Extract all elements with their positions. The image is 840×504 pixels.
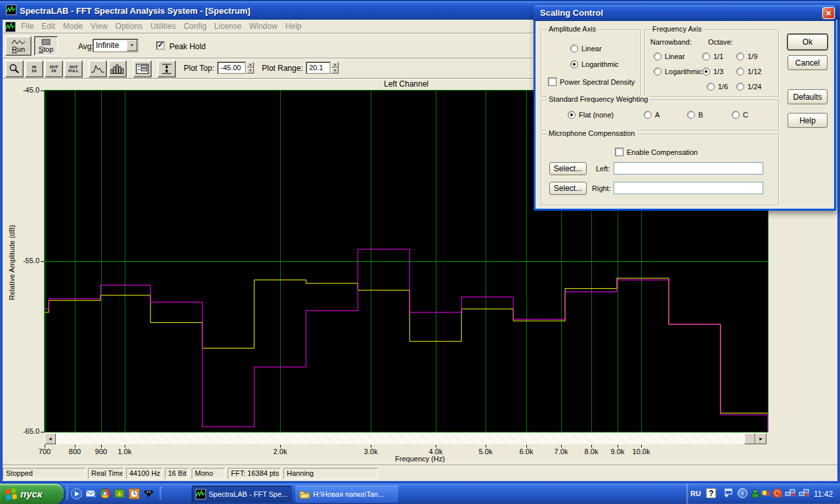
radio-icon[interactable]	[570, 45, 578, 52]
start-button[interactable]: пуск	[0, 484, 64, 504]
ok-button[interactable]: Ok	[788, 34, 828, 50]
clock-app-icon[interactable]	[129, 488, 140, 499]
menu-item-edit[interactable]: Edit	[37, 22, 59, 31]
zoom-out-2x-button[interactable]: OUT2X	[45, 60, 63, 77]
browser-ball-icon[interactable]	[100, 488, 111, 499]
menu-item-window[interactable]: Window	[245, 22, 282, 31]
radio-icon[interactable]	[707, 83, 715, 91]
radio-icon[interactable]	[732, 111, 740, 119]
menu-item-license[interactable]: License	[211, 22, 245, 31]
radio-octave-1-3[interactable]: 1/3	[702, 68, 723, 75]
horizontal-scrollbar[interactable]: ◄ ►	[45, 433, 766, 444]
enable-compensation-row[interactable]: Enable Compensation	[615, 148, 698, 156]
red-ball-disabled-icon[interactable]: ✕	[772, 488, 783, 499]
psd-checkbox-row[interactable]: Power Spectral Density	[548, 77, 635, 86]
menu-item-options[interactable]: Options	[112, 22, 146, 31]
zoom-button[interactable]	[5, 60, 24, 77]
combo-dropdown-icon[interactable]: ▼	[127, 40, 137, 51]
radio-icon[interactable]	[644, 111, 652, 119]
system-tray: RU ? ‹ ✕ ✕ ✕	[686, 484, 840, 504]
avg-combobox[interactable]: Infinite ▼	[93, 39, 138, 52]
radio-octave-1-24[interactable]: 1/24	[736, 83, 761, 91]
menu-item-view[interactable]: View	[87, 22, 112, 31]
task-button-folder[interactable]: H:\Новая папка\Tan...	[295, 486, 398, 503]
clock[interactable]: 11:42	[814, 490, 833, 499]
select-left-button[interactable]: Select...	[549, 162, 587, 175]
menu-item-mode[interactable]: Mode	[59, 22, 87, 31]
media-player-icon[interactable]	[71, 488, 82, 499]
radio-narrowband-logarithmic[interactable]: Logarithmic	[654, 68, 702, 75]
radio-octave-1-12[interactable]: 1/12	[736, 68, 761, 75]
mail-icon[interactable]	[85, 488, 96, 499]
radio-octave-1-1[interactable]: 1/1	[702, 52, 723, 60]
x-axis-title: Frequency (Hz)	[368, 455, 472, 463]
radio-icon[interactable]	[702, 68, 710, 75]
bat-app-icon[interactable]	[143, 488, 154, 499]
checkbox-icon[interactable]	[548, 77, 556, 86]
radio-icon[interactable]	[736, 68, 744, 75]
dialog-title-bar[interactable]: Scaling Control ✕	[534, 5, 836, 21]
scroll-left-arrow[interactable]: ◄	[45, 433, 56, 444]
plot-range-spinner[interactable]: ▲▼	[331, 62, 339, 74]
radio-amplitude-logarithmic[interactable]: Logarithmic	[570, 60, 619, 68]
green-tray-icon[interactable]	[751, 488, 761, 499]
help-button[interactable]: Help	[788, 113, 828, 128]
green-app-icon[interactable]	[114, 488, 125, 499]
defaults-button[interactable]: Defaults	[788, 89, 828, 104]
radio-octave-1-9[interactable]: 1/9	[736, 52, 757, 60]
keyboard-layout-icon[interactable]: ?	[706, 488, 717, 499]
radio-octave-1-6[interactable]: 1/6	[707, 83, 728, 91]
plot-range-input[interactable]: 20.1	[306, 62, 331, 74]
radio-weighting-b[interactable]: B	[687, 111, 703, 119]
stop-button[interactable]: Stop	[34, 36, 58, 56]
close-icon[interactable]: ✕	[822, 7, 835, 19]
radio-weighting-c[interactable]: C	[732, 111, 748, 119]
network-disconnected-icon[interactable]: ✕	[799, 488, 809, 499]
left-compensation-input[interactable]	[614, 162, 763, 175]
quicklaunch-handle[interactable]	[66, 487, 68, 501]
bar-plot-button[interactable]	[108, 60, 127, 77]
radio-icon[interactable]	[654, 52, 662, 60]
options-dialog-button[interactable]	[133, 60, 152, 77]
task-button-spectralab[interactable]: SpectraLAB - FFT Spe...	[192, 486, 292, 503]
radio-weighting-a[interactable]: A	[644, 111, 660, 119]
right-compensation-input[interactable]	[614, 182, 763, 194]
peak-hold-checkbox[interactable]	[156, 41, 165, 50]
run-button[interactable]: Run	[5, 36, 32, 56]
language-indicator[interactable]: RU	[690, 490, 701, 497]
quicklaunch-handle[interactable]	[159, 487, 161, 501]
scroll-right-arrow[interactable]: ►	[755, 433, 766, 444]
scrollbar-thumb[interactable]	[744, 433, 755, 444]
menu-item-utilities[interactable]: Utilities	[146, 22, 180, 31]
amplitude-range-button[interactable]	[158, 60, 176, 77]
radio-amplitude-linear[interactable]: Linear	[570, 45, 602, 52]
radio-icon[interactable]	[702, 52, 710, 60]
select-right-button[interactable]: Select...	[549, 182, 587, 195]
zoom-in-2x-button[interactable]: IN2X	[25, 60, 43, 77]
menu-item-help[interactable]: Help	[282, 22, 306, 31]
radio-icon[interactable]	[654, 68, 662, 75]
line-plot-button[interactable]	[89, 60, 107, 77]
menu-item-file[interactable]: File	[17, 22, 37, 31]
menu-bar: FileEditModeViewOptionsUtilitiesConfigLi…	[17, 20, 305, 33]
menu-item-config[interactable]: Config	[180, 22, 211, 31]
plot-top-spinner[interactable]: ▲▼	[247, 62, 254, 74]
hide-tray-icons-chevron[interactable]: ‹	[738, 488, 748, 499]
radio-icon[interactable]	[570, 60, 578, 68]
bulb-disabled-icon[interactable]: ✕	[761, 488, 772, 499]
network-disconnected-icon[interactable]: ✕	[785, 488, 795, 499]
cancel-button[interactable]: Cancel	[788, 55, 828, 70]
radio-icon[interactable]	[736, 52, 744, 60]
child-window-icon[interactable]	[5, 22, 16, 32]
radio-icon[interactable]	[568, 111, 576, 119]
radio-narrowband-linear[interactable]: Linear	[654, 52, 685, 60]
radio-icon[interactable]	[736, 83, 744, 91]
restore-window-icon[interactable]	[723, 488, 734, 499]
start-button-label: пуск	[20, 488, 42, 499]
radio-weighting-flat[interactable]: Flat (none)	[568, 111, 614, 119]
status-panel: 44100 Hz	[126, 468, 162, 479]
plot-top-input[interactable]: -45.00	[217, 62, 246, 74]
checkbox-icon[interactable]	[615, 148, 623, 156]
zoom-out-full-button[interactable]: OUTFULL	[64, 60, 83, 77]
radio-icon[interactable]	[687, 111, 695, 119]
